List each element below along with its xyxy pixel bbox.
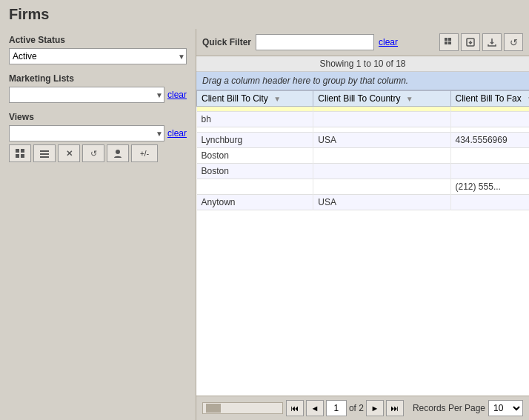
cell-country	[313, 112, 450, 127]
views-label: Views	[9, 112, 187, 122]
active-status-section: Active Status Active Inactive All ▼	[9, 35, 187, 64]
export-button[interactable]	[461, 33, 480, 51]
cell-city	[197, 107, 313, 112]
cell-city: Boston	[197, 164, 313, 179]
cell-country: USA	[313, 195, 450, 210]
refresh-icon: ↺	[90, 149, 97, 159]
prev-page-button[interactable]: ◄	[306, 400, 324, 416]
scrollbar-thumb	[206, 404, 221, 413]
col-fax[interactable]: Client Bill To Fax ▼	[450, 91, 529, 107]
toolbar-icons: ↺	[439, 33, 523, 51]
views-row: ▼ clear	[9, 125, 187, 141]
table-row: (212) 555...	[197, 179, 530, 195]
page-nav: ⏮ ◄ of 2 ► ⏭	[286, 400, 404, 416]
cell-city	[197, 127, 313, 133]
marketing-lists-row: ▼ clear	[9, 87, 187, 103]
table-row: AnytownUSA	[197, 195, 530, 210]
cell-city: Boston	[197, 148, 313, 164]
table-row	[197, 127, 530, 133]
col-country-filter-icon[interactable]: ▼	[406, 95, 413, 103]
svg-rect-0	[16, 149, 19, 153]
table-row: bh	[197, 112, 530, 127]
cell-fax	[450, 164, 529, 179]
records-per-page-select[interactable]: 10 25 50 100	[488, 400, 523, 416]
svg-rect-10	[445, 41, 448, 44]
active-status-label: Active Status	[9, 35, 187, 45]
cell-country	[313, 148, 450, 164]
grid-toolbar-button[interactable]	[439, 33, 459, 51]
list-view-button[interactable]	[33, 144, 56, 162]
marketing-lists-label: Marketing Lists	[9, 73, 187, 84]
svg-rect-2	[16, 154, 19, 158]
refresh-toolbar-icon: ↺	[510, 37, 518, 48]
right-panel: Quick Filter clear ↺	[196, 29, 529, 420]
col-city-label: Client Bill To City	[202, 93, 268, 104]
svg-rect-8	[445, 38, 448, 41]
cell-city: Lynchburg	[197, 133, 313, 148]
cell-country	[313, 127, 450, 133]
svg-rect-4	[40, 150, 49, 152]
main-container: Firms Active Status Active Inactive All …	[0, 0, 529, 420]
cell-fax: 434.5556969	[450, 133, 529, 148]
svg-rect-11	[448, 41, 451, 44]
grid-container[interactable]: Client Bill To City ▼ Client Bill To Cou…	[196, 90, 529, 396]
svg-rect-1	[21, 149, 24, 153]
last-page-button[interactable]: ⏭	[386, 400, 404, 416]
first-page-button[interactable]: ⏮	[286, 400, 304, 416]
grid-view-button[interactable]	[9, 144, 31, 162]
quick-filter-label: Quick Filter	[202, 37, 251, 47]
cell-fax	[450, 127, 529, 133]
cell-country: USA	[313, 133, 450, 148]
records-per-page-label: Records Per Page	[413, 403, 485, 413]
scrollbar-area[interactable]	[202, 402, 283, 414]
marketing-lists-clear[interactable]: clear	[167, 90, 187, 100]
download-button[interactable]	[482, 33, 502, 51]
plus-minus-icon: +/-	[140, 150, 149, 158]
cell-country	[313, 107, 450, 112]
data-table: Client Bill To City ▼ Client Bill To Cou…	[196, 90, 529, 210]
rotate-button[interactable]: ↺	[82, 144, 104, 162]
delete-view-button[interactable]: ✕	[58, 144, 80, 162]
table-row	[197, 107, 530, 112]
cell-city	[197, 179, 313, 195]
table-header-row: Client Bill To City ▼ Client Bill To Cou…	[197, 91, 530, 107]
user-button[interactable]	[107, 144, 129, 162]
next-page-button[interactable]: ►	[366, 400, 384, 416]
quick-filter-bar: Quick Filter clear ↺	[196, 29, 529, 56]
content-area: Active Status Active Inactive All ▼ Mark…	[0, 29, 529, 420]
col-country-label: Client Bill To Country	[318, 93, 400, 104]
col-city[interactable]: Client Bill To City ▼	[197, 91, 313, 107]
page-input[interactable]	[326, 400, 347, 416]
cell-city: bh	[197, 112, 313, 127]
cell-country	[313, 164, 450, 179]
table-row: Boston508.343.2...	[197, 148, 530, 164]
svg-rect-9	[448, 38, 451, 41]
drag-hint: Drag a column header here to group by th…	[196, 72, 529, 90]
showing-bar: Showing 1 to 10 of 18	[196, 56, 529, 72]
svg-rect-3	[21, 154, 24, 158]
svg-rect-5	[40, 153, 49, 155]
cell-fax	[450, 107, 529, 112]
views-clear[interactable]: clear	[167, 128, 187, 139]
svg-rect-6	[40, 156, 49, 158]
marketing-lists-section: Marketing Lists ▼ clear	[9, 73, 187, 103]
cell-city: Anytown	[197, 195, 313, 210]
svg-point-7	[116, 150, 120, 154]
marketing-lists-select[interactable]	[9, 87, 164, 103]
plus-minus-button[interactable]: +/-	[131, 144, 158, 162]
cell-fax	[450, 195, 529, 210]
col-city-filter-icon[interactable]: ▼	[273, 95, 281, 103]
col-country[interactable]: Client Bill To Country ▼	[313, 91, 450, 107]
refresh-toolbar-button[interactable]: ↺	[504, 33, 523, 51]
quick-filter-clear[interactable]: clear	[379, 37, 398, 47]
table-row: Boston	[197, 164, 530, 179]
of-pages-label: of 2	[349, 403, 364, 413]
quick-filter-input[interactable]	[256, 34, 374, 50]
cell-fax	[450, 112, 529, 127]
active-status-select[interactable]: Active Inactive All	[9, 48, 187, 64]
x-icon: ✕	[66, 149, 73, 159]
left-panel: Active Status Active Inactive All ▼ Mark…	[0, 29, 196, 420]
views-select[interactable]	[9, 125, 164, 141]
table-row: LynchburgUSA434.5556969434.555.2...	[197, 133, 530, 148]
page-title: Firms	[0, 0, 529, 29]
